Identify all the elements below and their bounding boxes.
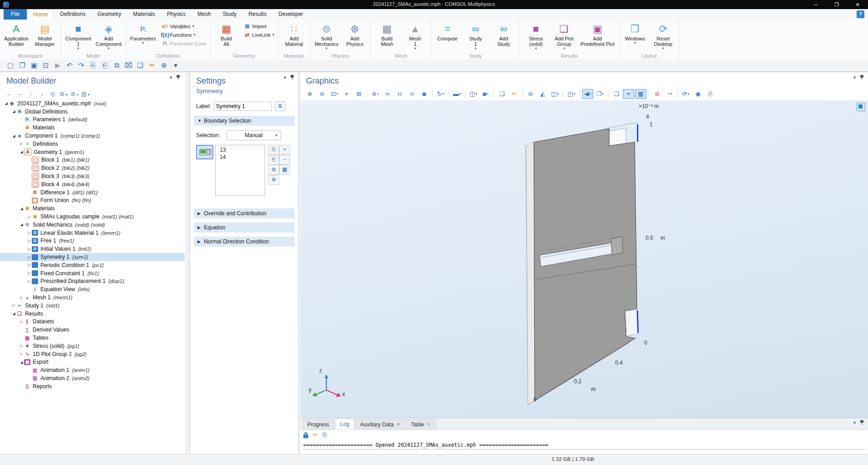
go-to-default-view-icon[interactable]: ⋔▾ [370,89,381,99]
zoom-out-icon[interactable]: ⊖ [316,89,328,99]
tab-log[interactable]: Log [335,418,354,430]
reset-desktop-button[interactable]: ⟳ResetDesktop▾ [649,21,677,53]
tree-expander-icon[interactable]: ◢ [19,207,24,211]
open-file-icon[interactable]: ❐ [16,60,28,70]
zoom-box-icon[interactable]: ⊡▾ [329,89,340,99]
section-boundary-selection[interactable]: ▼ Boundary Selection [194,116,295,126]
tab-progress[interactable]: Progress [302,419,334,430]
move-down-icon[interactable]: ↓ [37,90,46,98]
help-button[interactable]: ? [857,10,864,18]
show-grid-icon[interactable]: ▦ [635,89,646,99]
tree-expander-icon[interactable]: ▷ [27,263,32,267]
zoom-in-icon[interactable]: ⊕ [304,89,316,99]
select-box-icon[interactable]: ❑ [496,89,508,99]
menu-tab-home[interactable]: Home [27,9,54,20]
menu-tab-physics[interactable]: Physics [161,9,192,20]
import-button[interactable]: ⊞Import [242,22,274,30]
tree-node-global-definitions[interactable]: ◢⊕Global Definitions [0,108,185,116]
label-input[interactable] [214,102,272,111]
messages-menu-icon[interactable]: ▼ [853,420,857,425]
add-to-selection-icon[interactable]: + [279,145,290,155]
model-manager-button[interactable]: ▤ModelManager [31,21,59,53]
rotate-view-icon[interactable]: ↻▾ [435,89,446,99]
tree-node-export[interactable]: ◢▤Export [0,358,185,366]
splitter-left[interactable] [185,72,190,455]
tree-node-periodic-condition-1[interactable]: ▷Periodic Condition 1{pc1} [0,261,185,269]
close-button[interactable]: ✕ [847,0,868,9]
undo-icon[interactable]: ↶ [64,60,75,70]
section-normal-direction-condition[interactable]: ▶Normal Direction Condition [194,237,295,247]
build-all-button[interactable]: ▦BuildAll [212,21,241,53]
remove-from-selection-icon[interactable]: − [279,155,290,165]
close-tab-icon[interactable]: ✕ [427,420,430,430]
section-equation[interactable]: ▶Equation [194,223,295,232]
menu-tab-geometry[interactable]: Geometry [91,9,127,20]
tree-node-symmetry-1[interactable]: ▷Symmetry 1{sym1} [0,253,185,261]
tree-node-block-4[interactable]: ▢Block 4(blk4) {blk4} [0,180,185,188]
tree-node-definitions[interactable]: ▷≡Definitions [0,140,185,148]
tree-node-1d-plot-group-2[interactable]: ▷∿1D Plot Group 2{pg2} [0,350,185,358]
transparency-icon[interactable]: ◭ [537,89,548,99]
tree-node-20241127-smas-auxetic-mph[interactable]: ◢◆20241127_SMAs_auxetic.mph(root) [0,99,185,108]
menu-tab-mesh[interactable]: Mesh [192,9,217,20]
deselect-icon[interactable]: ✏ [508,89,520,99]
hide-objects-icon[interactable]: ⊘ [525,89,536,99]
tree-node-animation-2[interactable]: ▥Animation 2{anim2} [0,374,185,382]
rendering-options-icon[interactable]: ❒▾ [594,89,606,99]
tree-expander-icon[interactable]: ▷ [19,344,24,348]
export-log-icon[interactable]: ⎘ [322,431,327,439]
windows-button[interactable]: ❐Windows▾ [621,21,649,53]
tree-node-difference-1[interactable]: ⧉Difference 1(dif1) {dif1} [0,188,185,197]
synchronize-icon[interactable]: ⟳▾ [680,89,691,99]
model-builder-menu-icon[interactable]: ▼ [169,75,173,80]
tree-node-free-1[interactable]: ▷DFree 1{free1} [0,237,185,245]
image-snapshot-icon[interactable]: ◫▾ [468,89,479,99]
delete-icon[interactable]: ⌧ [123,60,134,70]
menu-tab-results[interactable]: Results [242,9,272,20]
application-builder-button[interactable]: AApplicationBuilder [2,21,31,53]
copy-icon[interactable]: ⎘ [87,60,99,70]
tree-expander-icon[interactable]: ◢ [4,101,9,105]
selection-item-14[interactable]: 14 [216,153,265,161]
graphics-canvas[interactable]: z y x ×10⁻³ m410.5m00.40.2m0 [301,100,868,418]
tree-node-equation-view[interactable]: ∂Equation View{info} [0,285,185,293]
component-1-button[interactable]: ■Component1▾ [63,21,94,53]
tree-node-stress-solid[interactable]: ▷■Stress (solid){pg1} [0,342,185,350]
tree-node-component-1[interactable]: ◢■Component 1(comp1) {comp1} [0,132,185,140]
tree-expander-icon[interactable]: ▷ [19,142,24,146]
tree-node-form-union[interactable]: ▣Form Union(fin) {fin} [0,197,185,205]
model-tree-node-text-icon[interactable]: ▥ ▾ [81,90,90,98]
tree-node-fixed-constraint-1[interactable]: ▷Fixed Constraint 1{fix1} [0,269,185,277]
study-1-button[interactable]: ∞Study1▾ [461,21,489,53]
livelink-button[interactable]: ⇄LiveLink▾ [242,30,274,39]
selection-item-13[interactable]: 13 [216,146,265,153]
selection-list-icon[interactable]: ▦ [279,165,290,175]
go-forward-icon[interactable]: → [15,90,25,98]
menu-tab-study[interactable]: Study [217,9,242,20]
tree-node-parameters-1[interactable]: PᵢParameters 1{default} [0,116,185,124]
selected-boundary-14[interactable] [637,311,638,333]
tree-node-linear-elastic-material-1[interactable]: ▷DLinear Elastic Material 1{lemm1} [0,229,185,237]
scene-light-icon[interactable]: ◙▾ [480,89,491,99]
graphics-menu-icon[interactable]: ▼ [853,75,857,80]
add-study-button[interactable]: ∞AddStudy [489,21,518,53]
zoom-extents-icon[interactable]: ⌖ [341,89,352,99]
tree-expander-icon[interactable]: ▷ [27,247,32,251]
close-tab-icon[interactable]: ✕ [396,420,400,430]
settings-menu-icon[interactable]: ▼ [283,75,287,80]
mesh-1-button[interactable]: ▲Mesh1▾ [401,21,429,53]
parameters-button[interactable]: PᵢParameters▾ [128,21,158,53]
clear-log-icon[interactable]: ✏ [313,431,318,439]
tree-expander-icon[interactable]: ▷ [27,279,32,283]
appearance-icon[interactable]: ▬▾ [451,89,463,99]
tree-node-results[interactable]: ◢❏Results [0,310,185,318]
show-filter-icon[interactable]: ◎ [48,90,57,98]
tree-expander-icon[interactable]: ▷ [11,303,16,307]
preview-icon[interactable]: ⊡ [40,60,52,70]
tree-node-reports[interactable]: ▯Reports [0,382,185,391]
functions-button[interactable]: f(x)Functions▾ [160,30,206,39]
tree-node-tables[interactable]: ▦Tables [0,334,185,342]
boundary-selection-list[interactable]: 1314 [215,145,265,196]
go-back-icon[interactable]: ← [5,90,14,98]
show-axes-icon[interactable]: ⌖ [623,89,634,99]
